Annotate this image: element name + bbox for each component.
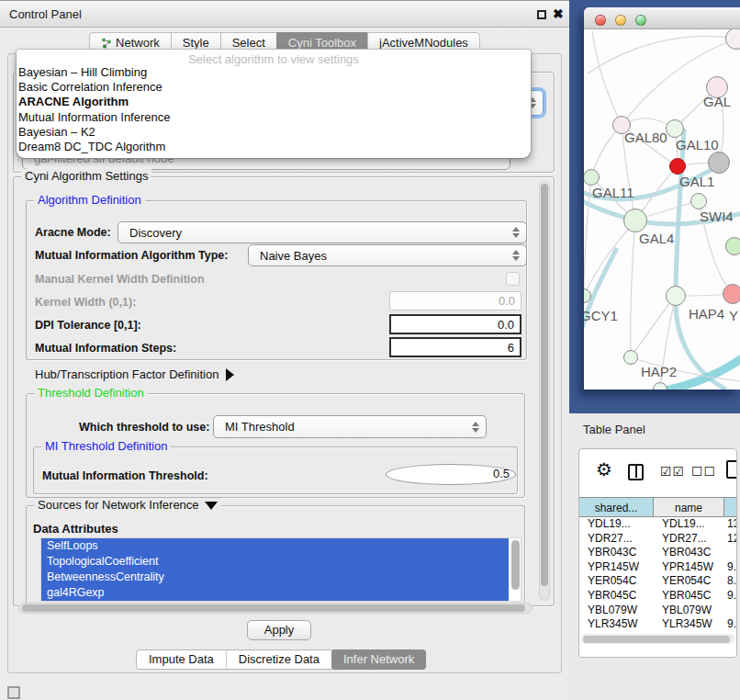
- stepper-icon: [472, 422, 479, 433]
- network-icon: [101, 38, 112, 49]
- chevron-down-icon: [205, 502, 218, 510]
- table-cell: 9: [724, 632, 737, 633]
- mi-type-combo[interactable]: Naive Bayes: [248, 244, 527, 266]
- tab-discretize-data[interactable]: Discretize Data: [227, 650, 332, 669]
- which-threshold-value: MI Threshold: [225, 420, 295, 434]
- table-cell: YIL052C: [579, 632, 654, 633]
- float-icon[interactable]: [537, 10, 546, 19]
- data-attributes-label: Data Attributes: [33, 522, 118, 536]
- table-row[interactable]: YDL19...YDL19...13: [579, 517, 737, 532]
- aracne-mode-label: Aracne Mode:: [35, 226, 111, 239]
- popup-item-mutual-information[interactable]: Mutual Information Inference: [17, 110, 531, 125]
- minimized-panel-icon[interactable]: [7, 686, 20, 699]
- unchecked-boxes-icon[interactable]: ☐☐: [691, 464, 716, 479]
- popup-item-aracne[interactable]: ARACNE Algorithm: [17, 95, 531, 109]
- table-row[interactable]: YBL079WYBL079W: [579, 604, 737, 618]
- stepper-icon: [512, 250, 520, 261]
- network-node-gal10[interactable]: [666, 119, 684, 138]
- table-cell: YBL079W: [654, 604, 724, 618]
- which-threshold-combo[interactable]: MI Threshold: [213, 415, 487, 438]
- table-cell: YDL19...: [654, 517, 724, 532]
- column-header-name[interactable]: name: [654, 498, 724, 516]
- node-label: GCY1: [584, 308, 618, 323]
- popup-item-bayesian-hill[interactable]: Bayesian – Hill Climbing: [17, 65, 531, 80]
- network-node-gal1[interactable]: [669, 158, 686, 175]
- dpi-tolerance-field[interactable]: 0.0: [389, 314, 521, 334]
- close-icon[interactable]: ✖: [553, 6, 564, 21]
- popup-item-basic-correlation[interactable]: Basic Correlation Inference: [17, 80, 531, 95]
- table-body: YDL19...YDL19...13 YDR27...YDR27...12 YB…: [579, 517, 737, 633]
- gear-icon[interactable]: ⚙: [596, 460, 612, 479]
- aracne-mode-combo[interactable]: Discovery: [118, 221, 527, 243]
- table-row[interactable]: YER054CYER054C8.: [579, 574, 737, 589]
- table-cell: YBR043C: [654, 546, 724, 560]
- column-layout-icon[interactable]: [628, 464, 644, 480]
- checked-boxes-icon[interactable]: ☑☑: [660, 464, 685, 479]
- network-view-window[interactable]: GAL GAL80 GAL10 GAL1 GAL11 GAL4 SWI4 GCY…: [584, 7, 740, 390]
- sources-title[interactable]: Sources for Network Inference: [34, 498, 221, 512]
- mi-threshold-field[interactable]: 0.5: [386, 464, 516, 485]
- table-row[interactable]: YBR045CYBR045C9.: [579, 589, 737, 604]
- which-threshold-label: Which threshold to use:: [79, 421, 209, 434]
- network-canvas[interactable]: GAL GAL80 GAL10 GAL1 GAL11 GAL4 SWI4 GCY…: [584, 29, 740, 390]
- tab-impute-data[interactable]: Impute Data: [137, 650, 227, 669]
- mi-type-label: Mutual Information Algorithm Type:: [35, 249, 228, 262]
- table-row[interactable]: YDR27...YDR27...12: [579, 532, 737, 547]
- mi-steps-field[interactable]: 6: [389, 337, 521, 357]
- table-cell: YBR045C: [654, 589, 724, 604]
- document-icon[interactable]: [726, 460, 737, 479]
- table-cell: [724, 546, 737, 560]
- network-node-swi4[interactable]: [690, 193, 707, 209]
- settings-horizontal-scrollbar[interactable]: [18, 603, 533, 614]
- sources-title-label: Sources for Network Inference: [38, 498, 199, 512]
- list-item[interactable]: gal4RGexp: [41, 585, 509, 601]
- list-item[interactable]: BetweennessCentrality: [41, 570, 509, 585]
- list-scrollbar-thumb[interactable]: [511, 540, 520, 590]
- column-header-partial[interactable]: [724, 498, 737, 516]
- data-attributes-list[interactable]: SelfLoops TopologicalCoefficient Between…: [40, 537, 521, 602]
- table-cell: YLR345W: [654, 617, 724, 632]
- table-row[interactable]: YPR145WYPR145W9.: [579, 560, 737, 575]
- table-row[interactable]: YIL052CYIL052C9: [579, 632, 737, 633]
- close-traffic-light-icon[interactable]: [595, 15, 606, 26]
- tab-infer-network[interactable]: Infer Network: [331, 649, 426, 670]
- mi-threshold-label: Mutual Information Threshold:: [42, 469, 208, 482]
- table-cell: YBL079W: [579, 604, 654, 618]
- network-node[interactable]: [708, 152, 730, 174]
- apply-button[interactable]: Apply: [247, 620, 311, 640]
- network-node-gal4[interactable]: [623, 209, 647, 232]
- list-item[interactable]: SelfLoops: [41, 538, 509, 554]
- table-row[interactable]: YBR043CYBR043C: [579, 546, 737, 560]
- chevron-right-icon: [226, 368, 234, 381]
- settings-vertical-scrollbar[interactable]: [539, 181, 550, 601]
- popup-item-bayesian-k2[interactable]: Bayesian – K2: [17, 125, 531, 140]
- network-node-hap4[interactable]: [666, 286, 686, 306]
- network-window-titlebar[interactable]: [584, 7, 740, 29]
- dpi-tolerance-label: DPI Tolerance [0,1]:: [35, 319, 141, 332]
- hub-definition-toggle[interactable]: Hub/Transcription Factor Definition: [35, 367, 234, 381]
- node-label: GAL4: [639, 231, 674, 246]
- table-horizontal-scrollbar[interactable]: [581, 634, 734, 644]
- scrollbar-thumb[interactable]: [22, 604, 525, 612]
- network-node[interactable]: [725, 237, 740, 255]
- network-node-hap2[interactable]: [623, 350, 638, 365]
- manual-kernel-checkbox[interactable]: [506, 272, 520, 286]
- zoom-traffic-light-icon[interactable]: [635, 15, 646, 26]
- node-label: SWI4: [700, 209, 734, 224]
- node-label: GAL10: [676, 137, 719, 152]
- table-row[interactable]: YLR345WYLR345W9.: [579, 617, 737, 632]
- table-cell: 9.: [724, 589, 737, 604]
- scrollbar-thumb[interactable]: [541, 184, 548, 586]
- kernel-width-label: Kernel Width (0,1):: [35, 296, 136, 309]
- scrollbar-thumb[interactable]: [583, 636, 730, 643]
- network-node[interactable]: [723, 284, 740, 304]
- minimize-traffic-light-icon[interactable]: [615, 15, 626, 26]
- column-header-shared[interactable]: shared...: [579, 498, 654, 516]
- list-item[interactable]: TopologicalCoefficient: [41, 554, 509, 570]
- table-cell: YPR145W: [654, 560, 724, 575]
- control-panel-title: Control Panel: [9, 7, 82, 21]
- popup-item-dream8[interactable]: Dream8 DC_TDC Algorithm: [17, 140, 531, 154]
- manual-kernel-label: Manual Kernel Width Definition: [35, 273, 205, 286]
- threshold-definition-title: Threshold Definition: [34, 386, 148, 400]
- kernel-width-field[interactable]: 0.0: [389, 291, 521, 310]
